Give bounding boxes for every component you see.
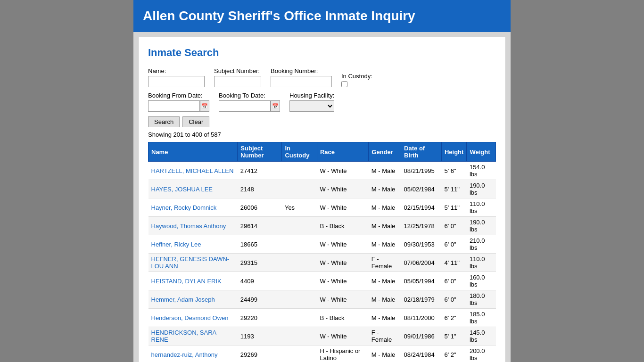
- table-header-cell: Race: [317, 142, 368, 162]
- table-cell: 190.0 lbs: [467, 217, 496, 235]
- table-cell: Yes: [282, 198, 317, 217]
- booking-from-input[interactable]: [148, 100, 200, 112]
- table-row: HAYES, JOSHUA LEE2148W - WhiteM - Male05…: [149, 180, 496, 198]
- table-cell: 02/18/1979: [401, 290, 442, 309]
- table-cell: [282, 309, 317, 327]
- table-cell: 26006: [238, 198, 282, 217]
- clear-button[interactable]: Clear: [182, 116, 209, 127]
- table-cell: 07/06/2004: [401, 254, 442, 272]
- table-cell: 6' 2": [441, 346, 466, 362]
- inmate-name-link[interactable]: HENDRICKSON, SARA RENE: [149, 327, 238, 346]
- table-cell: 2148: [238, 180, 282, 198]
- table-cell: W - White: [317, 162, 368, 180]
- table-cell: M - Male: [369, 235, 401, 254]
- booking-number-input[interactable]: [271, 76, 332, 87]
- booking-to-calendar-button[interactable]: 📅: [271, 100, 280, 112]
- table-cell: 5' 11": [441, 180, 466, 198]
- table-cell: F - Female: [369, 327, 401, 346]
- table-cell: W - White: [317, 198, 368, 217]
- table-row: Haywood, Thomas Anthony29614B - BlackM -…: [149, 217, 496, 235]
- table-cell: 29269: [238, 346, 282, 362]
- booking-to-input[interactable]: [219, 100, 271, 112]
- table-row: Hayner, Rocky Domnick26006YesW - WhiteM …: [149, 198, 496, 217]
- table-row: HEFNER, GENESIS DAWN-LOU ANN29315W - Whi…: [149, 254, 496, 272]
- table-header-cell: Subject Number: [238, 142, 282, 162]
- table-cell: 6' 2": [441, 309, 466, 327]
- table-cell: [282, 162, 317, 180]
- table-cell: W - White: [317, 180, 368, 198]
- table-cell: [282, 346, 317, 362]
- page-title: Inmate Search: [148, 47, 496, 59]
- inmate-name-link[interactable]: Hayner, Rocky Domnick: [149, 198, 238, 217]
- table-header-cell: Weight: [467, 142, 496, 162]
- table-cell: 18665: [238, 235, 282, 254]
- table-cell: [282, 235, 317, 254]
- inmate-name-link[interactable]: HEFNER, GENESIS DAWN-LOU ANN: [149, 254, 238, 272]
- table-cell: W - White: [317, 290, 368, 309]
- in-custody-label: In Custody:: [341, 73, 372, 80]
- table-cell: 200.0 lbs: [467, 346, 496, 362]
- table-cell: 5' 1": [441, 327, 466, 346]
- table-header-cell: Name: [149, 142, 238, 162]
- table-cell: [282, 327, 317, 346]
- name-input[interactable]: [148, 76, 205, 87]
- table-cell: 210.0 lbs: [467, 235, 496, 254]
- booking-number-label: Booking Number:: [271, 67, 332, 74]
- table-cell: 190.0 lbs: [467, 180, 496, 198]
- table-cell: M - Male: [369, 272, 401, 290]
- table-cell: 6' 0": [441, 290, 466, 309]
- table-cell: W - White: [317, 272, 368, 290]
- inmate-name-link[interactable]: hernandez-ruiz, Anthony: [149, 346, 238, 362]
- table-cell: [282, 217, 317, 235]
- table-cell: M - Male: [369, 217, 401, 235]
- table-cell: W - White: [317, 327, 368, 346]
- table-cell: W - White: [317, 254, 368, 272]
- booking-from-calendar-button[interactable]: 📅: [200, 100, 209, 112]
- table-cell: M - Male: [369, 290, 401, 309]
- table-row: Henderson, Desmond Owen29220B - BlackM -…: [149, 309, 496, 327]
- subject-number-input[interactable]: [214, 76, 261, 87]
- table-cell: 05/05/1994: [401, 272, 442, 290]
- table-cell: [282, 180, 317, 198]
- table-cell: 09/01/1986: [401, 327, 442, 346]
- table-header-cell: Gender: [369, 142, 401, 162]
- table-cell: 08/11/2000: [401, 309, 442, 327]
- table-row: HEISTAND, DYLAN ERIK4409W - WhiteM - Mal…: [149, 272, 496, 290]
- table-header-cell: In Custody: [282, 142, 317, 162]
- table-cell: 180.0 lbs: [467, 290, 496, 309]
- table-cell: 145.0 lbs: [467, 327, 496, 346]
- table-cell: 29220: [238, 309, 282, 327]
- inmate-name-link[interactable]: Hemmer, Adam Joseph: [149, 290, 238, 309]
- table-cell: 4409: [238, 272, 282, 290]
- table-row: Hemmer, Adam Joseph24499W - WhiteM - Mal…: [149, 290, 496, 309]
- table-cell: 08/24/1984: [401, 346, 442, 362]
- table-header-cell: Date of Birth: [401, 142, 442, 162]
- inmate-name-link[interactable]: HEISTAND, DYLAN ERIK: [149, 272, 238, 290]
- housing-facility-select[interactable]: [289, 100, 334, 112]
- inmate-name-link[interactable]: HARTZELL, MICHAEL ALLEN: [149, 162, 238, 180]
- table-cell: 27412: [238, 162, 282, 180]
- table-cell: 02/15/1994: [401, 198, 442, 217]
- table-cell: 154.0 lbs: [467, 162, 496, 180]
- inmate-name-link[interactable]: HAYES, JOSHUA LEE: [149, 180, 238, 198]
- name-label: Name:: [148, 67, 205, 74]
- table-row: HARTZELL, MICHAEL ALLEN27412W - WhiteM -…: [149, 162, 496, 180]
- inmate-name-link[interactable]: Heffner, Ricky Lee: [149, 235, 238, 254]
- table-cell: M - Male: [369, 346, 401, 362]
- table-cell: 4' 11": [441, 254, 466, 272]
- table-cell: M - Male: [369, 198, 401, 217]
- inmate-name-link[interactable]: Henderson, Desmond Owen: [149, 309, 238, 327]
- search-button[interactable]: Search: [148, 116, 180, 127]
- table-cell: M - Male: [369, 180, 401, 198]
- table-cell: 185.0 lbs: [467, 309, 496, 327]
- table-header-cell: Height: [441, 142, 466, 162]
- table-cell: 6' 0": [441, 217, 466, 235]
- inmate-name-link[interactable]: Haywood, Thomas Anthony: [149, 217, 238, 235]
- table-row: Heffner, Ricky Lee18665W - WhiteM - Male…: [149, 235, 496, 254]
- table-row: hernandez-ruiz, Anthony29269H - Hispanic…: [149, 346, 496, 362]
- table-cell: 29315: [238, 254, 282, 272]
- table-cell: H - Hispanic or Latino: [317, 346, 368, 362]
- in-custody-checkbox[interactable]: [341, 81, 347, 87]
- table-cell: 1193: [238, 327, 282, 346]
- table-cell: 6' 0": [441, 272, 466, 290]
